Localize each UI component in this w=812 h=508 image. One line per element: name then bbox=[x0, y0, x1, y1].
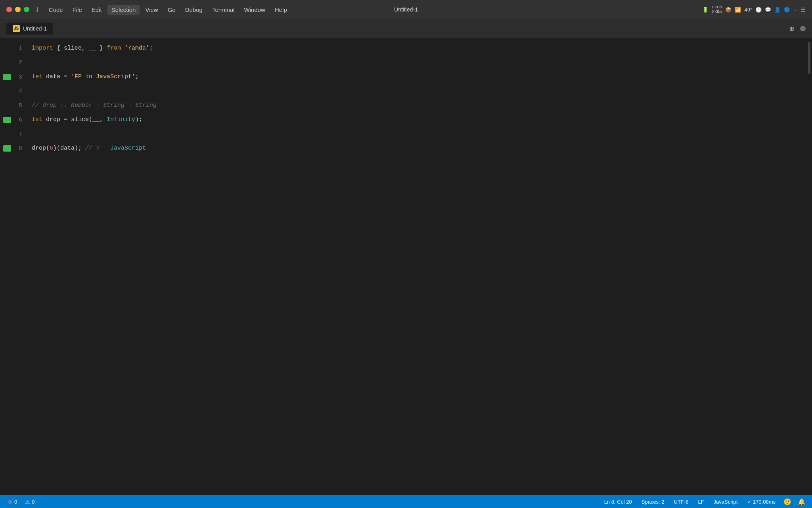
network-info: 1 KB/s 0 KB/s bbox=[712, 5, 722, 14]
dropbox-icon: 📦 bbox=[725, 7, 732, 13]
line-number-7: 7 bbox=[13, 131, 32, 138]
line-number-2: 2 bbox=[13, 60, 32, 66]
traffic-lights bbox=[6, 7, 29, 12]
menu-item-selection[interactable]: Selection bbox=[107, 5, 140, 15]
menu-item-help[interactable]: Help bbox=[271, 5, 291, 15]
menu-item-view[interactable]: View bbox=[141, 5, 162, 15]
menu-bar:  Code File Edit Selection View Go Debug… bbox=[36, 5, 291, 15]
status-bar: ⊗ 0 ⚠ 0 Ln 8, Col 20 Spaces: 2 UTF-8 LF … bbox=[0, 495, 812, 508]
line-number-1: 1 bbox=[13, 45, 32, 52]
status-left: ⊗ 0 ⚠ 0 bbox=[6, 498, 36, 506]
line-content-1: import { slice, __ } from 'ramda'; bbox=[32, 41, 153, 56]
code-line-6: 6 let drop = slice(__, Infinity); bbox=[0, 113, 806, 127]
more-icon: ··· bbox=[793, 7, 798, 13]
code-line-5: 5 // drop :: Number → String → String bbox=[0, 98, 806, 113]
line-number-4: 4 bbox=[13, 88, 32, 95]
line-ending[interactable]: LF bbox=[696, 498, 705, 506]
warning-icon: ⚠ bbox=[25, 498, 30, 505]
code-line-8: 8 drop(6)(data); // ? JavaScript bbox=[0, 141, 806, 156]
line-content-3: let data = 'FP in JavaScript'; bbox=[32, 70, 139, 84]
tab-untitled[interactable]: JS Untitled-1 bbox=[6, 23, 53, 35]
minimize-button[interactable] bbox=[15, 7, 21, 12]
chat-icon: 💬 bbox=[765, 7, 771, 13]
gutter-indicator-8 bbox=[3, 145, 11, 152]
indentation[interactable]: Spaces: 2 bbox=[640, 498, 666, 506]
line-number-6: 6 bbox=[13, 117, 32, 123]
gutter-indicator-6 bbox=[3, 117, 11, 123]
split-editor-icon[interactable]: ⊞ bbox=[789, 24, 794, 33]
window-title: Untitled-1 bbox=[394, 6, 418, 13]
line-content-5: // drop :: Number → String → String bbox=[32, 98, 157, 113]
cursor-position[interactable]: Ln 8, Col 20 bbox=[603, 498, 634, 506]
temperature: 49° bbox=[744, 7, 752, 13]
apple-icon:  bbox=[36, 6, 40, 13]
code-line-3: 3 let data = 'FP in JavaScript'; bbox=[0, 70, 806, 84]
menu-item-go[interactable]: Go bbox=[164, 5, 180, 15]
menu-item-edit[interactable]: Edit bbox=[88, 5, 106, 15]
error-number: 0 bbox=[14, 499, 17, 505]
dot-icon bbox=[800, 26, 806, 31]
line-content-8: drop(6)(data); // ? JavaScript bbox=[32, 141, 146, 156]
encoding[interactable]: UTF-8 bbox=[672, 498, 690, 506]
menu-item-file[interactable]: File bbox=[69, 5, 86, 15]
battery-icon: 🔋 bbox=[702, 7, 709, 13]
wifi-icon: 📶 bbox=[735, 7, 741, 13]
finder-icon: 🔵 bbox=[784, 7, 790, 13]
line-content-6: let drop = slice(__, Infinity); bbox=[32, 113, 142, 127]
kb-up: 0 KB/s bbox=[712, 10, 722, 14]
tab-bar-actions: ⊞ bbox=[789, 24, 806, 33]
warning-count[interactable]: ⚠ 0 bbox=[23, 498, 36, 506]
status-right: Ln 8, Col 20 Spaces: 2 UTF-8 LF JavaScri… bbox=[603, 498, 806, 506]
language-mode[interactable]: JavaScript bbox=[712, 498, 739, 506]
tab-label: Untitled-1 bbox=[23, 25, 47, 32]
notifications-icon[interactable]: 🔔 bbox=[798, 498, 806, 506]
scrollbar-thumb[interactable] bbox=[808, 42, 810, 74]
clock-icon: 🕐 bbox=[755, 7, 762, 13]
code-line-1: 1 import { slice, __ } from 'ramda'; bbox=[0, 41, 806, 56]
code-editor[interactable]: 1 import { slice, __ } from 'ramda'; 2 3… bbox=[0, 38, 806, 495]
menu-item-window[interactable]: Window bbox=[240, 5, 269, 15]
menu-item-terminal[interactable]: Terminal bbox=[208, 5, 239, 15]
system-tray: 🔋 1 KB/s 0 KB/s 📦 📶 49° 🕐 💬 👤 🔵 ··· ☰ bbox=[702, 5, 806, 14]
user-icon: 👤 bbox=[774, 7, 781, 13]
error-count[interactable]: ⊗ 0 bbox=[6, 498, 19, 506]
line-number-3: 3 bbox=[13, 74, 32, 81]
list-icon: ☰ bbox=[801, 7, 806, 13]
scrollbar-track[interactable] bbox=[806, 38, 812, 495]
code-line-2: 2 bbox=[0, 56, 806, 70]
menu-item-code[interactable]: Code bbox=[45, 5, 67, 15]
menu-item-debug[interactable]: Debug bbox=[181, 5, 207, 15]
title-bar:  Code File Edit Selection View Go Debug… bbox=[0, 0, 812, 19]
maximize-button[interactable] bbox=[24, 7, 29, 12]
gutter-indicator-3 bbox=[3, 74, 11, 80]
line-number-8: 8 bbox=[13, 145, 32, 152]
code-line-4: 4 bbox=[0, 84, 806, 98]
error-icon: ⊗ bbox=[8, 498, 13, 505]
line-number-5: 5 bbox=[13, 102, 32, 109]
feedback-icon[interactable]: 🙂 bbox=[783, 498, 791, 506]
close-button[interactable] bbox=[6, 7, 12, 12]
tab-bar: JS Untitled-1 ⊞ bbox=[0, 19, 812, 38]
timing: ✓ 170.08ms bbox=[745, 498, 777, 506]
editor-container: 1 import { slice, __ } from 'ramda'; 2 3… bbox=[0, 38, 812, 495]
kb-down: 1 KB/s bbox=[712, 5, 722, 10]
warning-number: 0 bbox=[32, 499, 34, 505]
js-file-icon: JS bbox=[13, 25, 20, 32]
code-line-7: 7 bbox=[0, 127, 806, 141]
